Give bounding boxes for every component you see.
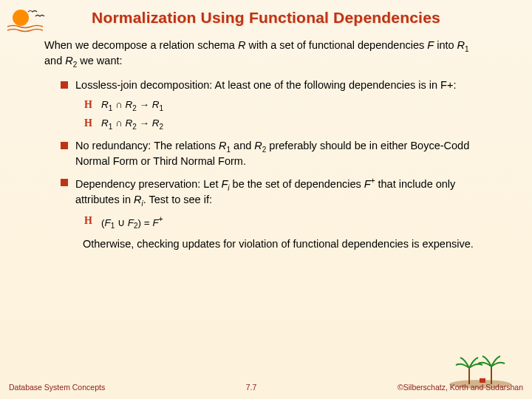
dependency-union: H (F1 ∪ F2) = F+ [84,214,489,231]
footer-copyright: ©Silberschatz, Korth and Sudarshan [398,383,523,392]
svg-point-0 [13,10,29,26]
bullet-lossless-text: Lossless-join decomposition: At least on… [75,78,489,92]
slide-content: When we decompose a relation schema R wi… [0,34,532,251]
slide-footer: Database System Concepts 7.7 ©Silberscha… [0,383,532,392]
bullet-square-icon [61,81,68,89]
bullet-no-redundancy: No redundancy: The relations R1 and R2 p… [61,139,489,168]
dependency-2: H R1 ∩ R2 → R2 [84,117,489,132]
script-h-icon: H [84,117,92,132]
sun-logo-icon [6,6,53,38]
script-h-icon: H [84,214,92,231]
dependency-1: H R1 ∩ R2 → R1 [84,98,489,113]
script-h-icon: H [84,98,92,113]
bullet-dependency-preservation: Dependency preservation: Let Fi be the s… [61,176,489,208]
bullet-square-icon [61,179,68,186]
footer-page-number: 7.7 [246,383,257,392]
otherwise-text: Otherwise, checking updates for violatio… [83,237,489,251]
slide-title: Normalization Using Functional Dependenc… [0,0,532,34]
intro-paragraph: When we decompose a relation schema R wi… [44,38,489,69]
footer-left: Database System Concepts [9,383,105,392]
bullet-lossless: Lossless-join decomposition: At least on… [61,78,489,92]
bullet-square-icon [61,142,68,149]
